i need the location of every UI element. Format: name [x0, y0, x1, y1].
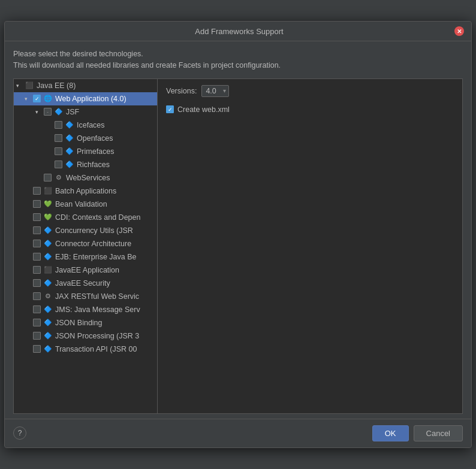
tree-item-connector[interactable]: ▸ 🔷 Connector Architecture	[14, 237, 157, 250]
version-select[interactable]: 4.0 3.1 3.0 2.5	[201, 85, 229, 97]
create-xml-label: Create web.xml	[177, 105, 230, 114]
spacer: ▸	[25, 241, 32, 247]
json-binding-icon: 🔷	[43, 318, 53, 328]
version-select-wrapper[interactable]: 4.0 3.1 3.0 2.5	[201, 85, 229, 97]
jms-icon: 🔷	[43, 305, 53, 314]
spacer: ▸	[46, 135, 53, 141]
spacer: ▸	[25, 228, 32, 234]
checkbox-concurrency[interactable]	[33, 226, 41, 234]
checkbox-jms[interactable]	[33, 305, 41, 313]
ejb-icon: 🔷	[43, 252, 53, 262]
checkbox-primefaces[interactable]	[55, 147, 62, 155]
tree-item-javaee-app[interactable]: ▸ ⬛ JavaEE Application	[14, 264, 157, 277]
tree-item-batch-apps[interactable]: ▸ ⬛ Batch Applications	[14, 184, 157, 198]
title-bar: Add Frameworks Support ✕	[5, 22, 471, 41]
versions-row: Versions: 4.0 3.1 3.0 2.5	[166, 85, 454, 97]
tree-item-cdi[interactable]: ▸ 💚 CDI: Contexts and Depen	[14, 211, 157, 224]
checkbox-json-binding[interactable]	[33, 319, 41, 326]
checkbox-jsf[interactable]: -	[44, 108, 52, 116]
spacer: ▸	[25, 333, 32, 339]
close-button[interactable]: ✕	[454, 26, 464, 36]
spacer: ▸	[35, 175, 43, 181]
tree-item-icefaces[interactable]: ▸ 🔷 Icefaces	[14, 119, 157, 132]
tree-item-openfaces[interactable]: ▸ 🔷 Openfaces	[14, 132, 157, 145]
spacer: ▸	[25, 280, 32, 286]
tree-item-primefaces[interactable]: ▸ 🔷 Primefaces	[14, 145, 157, 158]
javaee-icon: ⬛	[25, 81, 34, 90]
checkbox-javaee-security[interactable]	[33, 279, 41, 287]
checkbox-openfaces[interactable]	[55, 134, 62, 142]
right-panel: Versions: 4.0 3.1 3.0 2.5 ✓ Create web.x…	[158, 79, 462, 413]
cancel-button[interactable]: Cancel	[414, 425, 463, 441]
checkbox-richfaces[interactable]	[55, 161, 62, 168]
checkbox-icefaces[interactable]	[55, 121, 62, 129]
add-frameworks-dialog: Add Frameworks Support ✕ Please select t…	[4, 21, 472, 448]
help-button[interactable]: ?	[13, 426, 26, 440]
spacer: ▸	[25, 307, 32, 313]
spacer: ▸	[25, 320, 32, 326]
connector-icon: 🔷	[43, 239, 53, 249]
main-content: ▾ ⬛ Java EE (8) ▾ ✓ 🌐 Web Application (4…	[13, 78, 463, 414]
versions-label: Versions:	[166, 87, 197, 95]
group-header-javaee[interactable]: ▾ ⬛ Java EE (8)	[14, 79, 157, 92]
security-icon: 🔷	[43, 279, 53, 288]
tree-item-jsf[interactable]: ▾ - 🔷 JSF	[14, 105, 157, 119]
spacer: ▸	[25, 293, 32, 299]
tree-item-bean-validation[interactable]: ▸ 💚 Bean Validation	[14, 198, 157, 211]
checkbox-json-processing[interactable]	[33, 332, 41, 340]
arrow-icon: ▾	[35, 109, 43, 115]
spacer: ▸	[25, 188, 32, 194]
tree-item-webservices[interactable]: ▸ ⚙ WebServices	[14, 171, 157, 184]
action-buttons: OK Cancel	[372, 425, 463, 441]
checkbox-batch-apps[interactable]	[33, 187, 41, 195]
create-xml-checkbox[interactable]: ✓	[166, 105, 174, 113]
spacer: ▸	[25, 214, 32, 220]
tree-item-richfaces[interactable]: ▸ 🔷 Richfaces	[14, 158, 157, 171]
jsf-icon: 🔷	[54, 107, 64, 117]
checkbox-bean-validation[interactable]	[33, 200, 41, 208]
jax-icon: ⚙	[43, 292, 53, 301]
spacer: ▸	[25, 254, 32, 260]
checkbox-jax-rest[interactable]	[33, 292, 41, 300]
json-processing-icon: 🔷	[43, 331, 53, 341]
tree-item-concurrency[interactable]: ▸ 🔷 Concurrency Utils (JSR	[14, 224, 157, 237]
transaction-icon: 🔷	[43, 344, 53, 354]
arrow-icon: ▾	[25, 96, 32, 102]
tree-item-jax-rest[interactable]: ▸ ⚙ JAX RESTful Web Servic	[14, 290, 157, 303]
create-xml-row[interactable]: ✓ Create web.xml	[166, 105, 454, 114]
tree-item-jms[interactable]: ▸ 🔷 JMS: Java Message Serv	[14, 303, 157, 316]
spacer: ▸	[46, 122, 53, 128]
concurrency-icon: 🔷	[43, 226, 53, 235]
checkbox-webservices[interactable]	[44, 174, 52, 181]
tree-item-ejb[interactable]: ▸ 🔷 EJB: Enterprise Java Be	[14, 250, 157, 264]
arrow-icon: ▾	[16, 83, 23, 89]
dialog-body: Please select the desired technologies. …	[5, 41, 471, 419]
richfaces-icon: 🔷	[65, 160, 74, 170]
description: Please select the desired technologies. …	[13, 49, 463, 71]
checkbox-web-app[interactable]: ✓	[33, 95, 41, 102]
bottom-bar: ? OK Cancel	[5, 419, 471, 447]
batch-icon: ⬛	[43, 186, 53, 196]
checkbox-connector[interactable]	[33, 240, 41, 247]
spacer: ▸	[25, 267, 32, 273]
bean-icon: 💚	[43, 199, 53, 209]
cdi-icon: 💚	[43, 213, 53, 222]
spacer: ▸	[46, 162, 53, 168]
tree-item-transaction[interactable]: ▸ 🔷 Transaction API (JSR 00	[14, 343, 157, 356]
checkbox-ejb[interactable]	[33, 253, 41, 261]
checkbox-transaction[interactable]	[33, 345, 41, 353]
javaee-app-icon: ⬛	[43, 265, 53, 275]
left-panel[interactable]: ▾ ⬛ Java EE (8) ▾ ✓ 🌐 Web Application (4…	[14, 79, 158, 413]
icefaces-icon: 🔷	[65, 120, 74, 130]
tree-item-javaee-security[interactable]: ▸ 🔷 JavaEE Security	[14, 277, 157, 290]
tree-item-web-app[interactable]: ▾ ✓ 🌐 Web Application (4.0)	[14, 92, 157, 105]
checkbox-javaee-app[interactable]	[33, 266, 41, 274]
primefaces-icon: 🔷	[65, 147, 74, 156]
ok-button[interactable]: OK	[372, 425, 409, 441]
tree-item-json-processing[interactable]: ▸ 🔷 JSON Processing (JSR 3	[14, 329, 157, 343]
spacer: ▸	[25, 201, 32, 207]
spacer: ▸	[46, 149, 53, 155]
dialog-title: Add Frameworks Support	[24, 27, 454, 36]
checkbox-cdi[interactable]	[33, 213, 41, 221]
tree-item-json-binding[interactable]: ▸ 🔷 JSON Binding	[14, 316, 157, 329]
